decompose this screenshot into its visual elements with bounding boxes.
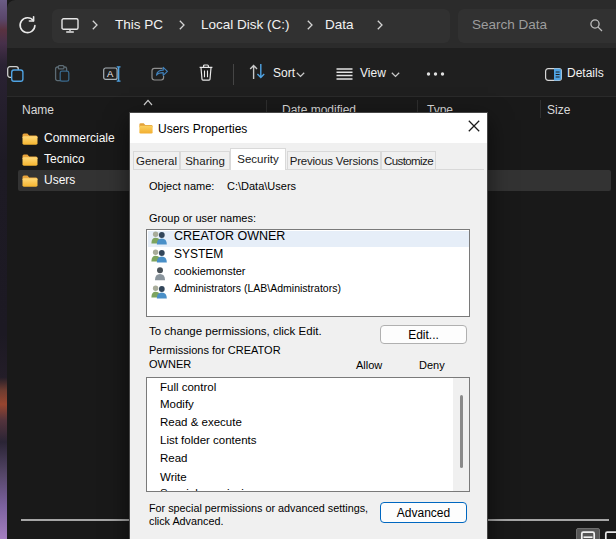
svg-text:A: A: [107, 68, 114, 79]
